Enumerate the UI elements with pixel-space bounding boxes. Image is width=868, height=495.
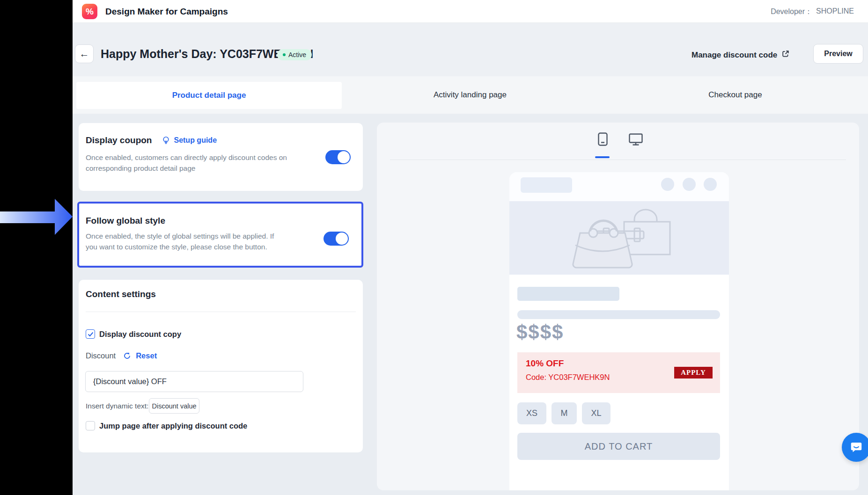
screenshot-stage: % Design Maker for Campaigns Developer： … — [0, 0, 868, 495]
apply-button[interactable]: APPLY — [674, 367, 713, 379]
mockup-browser-bar — [509, 172, 729, 201]
follow-global-style-description: Once enabled, the style of global settin… — [86, 231, 287, 252]
status-badge: Active — [277, 49, 312, 60]
app-title: Design Maker for Campaigns — [105, 7, 228, 17]
follow-global-style-toggle[interactable] — [324, 232, 349, 246]
product-image-placeholder — [509, 201, 729, 275]
product-title-placeholder — [517, 287, 619, 301]
discount-label: Discount — [86, 351, 116, 360]
size-option-m[interactable]: M — [552, 402, 577, 424]
annotation-arrow — [0, 197, 74, 239]
chat-icon — [849, 440, 863, 454]
reset-refresh-icon — [123, 352, 131, 360]
mockup-dot — [661, 178, 674, 191]
display-coupon-description: Once enabled, customers can directly app… — [86, 152, 294, 174]
display-discount-copy-checkbox[interactable] — [86, 329, 95, 339]
app-window: % Design Maker for Campaigns Developer： … — [73, 0, 868, 495]
tab-product-detail-page[interactable]: Product detail page — [76, 82, 342, 109]
status-label: Active — [288, 51, 306, 58]
display-coupon-title: Display coupon — [86, 135, 152, 146]
display-discount-copy-label: Display discount copy — [99, 330, 181, 339]
product-subtitle-placeholder — [517, 310, 720, 319]
insert-dynamic-text-label: Insert dynamic text: — [86, 402, 148, 410]
app-header: % Design Maker for Campaigns Developer： … — [73, 0, 868, 23]
divider — [86, 312, 356, 312]
developer-label: Developer： — [771, 7, 812, 17]
tab-activity-landing-page[interactable]: Activity landing page — [338, 76, 603, 114]
external-link-icon — [781, 50, 790, 60]
display-coupon-card: Display coupon Setup guide Once enabled,… — [79, 123, 363, 191]
toggle-knob — [336, 233, 348, 245]
manage-discount-code-label: Manage discount code — [691, 51, 777, 60]
tab-bar: Product detail page Activity landing pag… — [73, 76, 868, 114]
mockup-dot — [683, 178, 696, 191]
discount-copy-input[interactable] — [85, 371, 303, 392]
coupon-code-text: Code: YC03F7WEHK9N — [526, 373, 610, 382]
letterbox-left — [0, 0, 73, 495]
setup-guide-link[interactable]: Setup guide — [174, 136, 217, 145]
coupon-banner: 10% OFF Code: YC03F7WEHK9N APPLY — [517, 352, 720, 393]
status-dot-icon — [283, 53, 286, 56]
storefront-mockup: $$$$ 10% OFF Code: YC03F7WEHK9N APPLY XS… — [509, 172, 729, 490]
mobile-device-icon[interactable] — [598, 132, 608, 146]
developer-name: SHOPLINE — [816, 7, 854, 17]
jump-page-checkbox[interactable] — [86, 421, 95, 430]
chat-widget-button[interactable] — [842, 433, 868, 462]
add-to-cart-button[interactable]: ADD TO CART — [517, 433, 720, 460]
manage-discount-code-link[interactable]: Manage discount code — [691, 50, 790, 60]
size-option-xl[interactable]: XL — [582, 402, 611, 424]
follow-global-style-card-highlighted: Follow global style Once enabled, the st… — [77, 202, 363, 268]
content-settings-title: Content settings — [86, 289, 156, 299]
active-device-underline — [595, 156, 610, 158]
price-placeholder: $$$$ — [516, 321, 564, 343]
divider — [390, 160, 846, 160]
check-icon — [88, 332, 94, 337]
display-coupon-toggle[interactable] — [325, 150, 351, 164]
mockup-address-placeholder — [521, 177, 572, 193]
discount-value-chip-button[interactable]: Discount value — [149, 398, 199, 414]
back-button[interactable]: ← — [75, 44, 94, 63]
content-settings-card: Content settings Display discount copy D… — [79, 280, 363, 452]
preview-panel: $$$$ 10% OFF Code: YC03F7WEHK9N APPLY XS… — [377, 123, 859, 490]
jump-page-label: Jump page after applying discount code — [99, 422, 247, 430]
back-arrow-icon: ← — [80, 48, 89, 59]
reset-link[interactable]: Reset — [136, 351, 157, 360]
desktop-device-icon[interactable] — [629, 133, 643, 146]
bulb-icon — [162, 136, 170, 145]
app-logo-icon: % — [82, 4, 97, 19]
mockup-dot — [704, 178, 717, 191]
toggle-knob — [338, 151, 350, 163]
coupon-discount-text: 10% OFF — [526, 358, 564, 369]
developer-info: Developer： SHOPLINE — [771, 7, 854, 17]
tab-checkout-page[interactable]: Checkout page — [603, 76, 868, 114]
follow-global-style-title: Follow global style — [86, 216, 165, 226]
preview-button[interactable]: Preview — [813, 44, 863, 64]
size-option-xs[interactable]: XS — [517, 402, 546, 424]
handbag-illustration-icon — [559, 208, 680, 269]
